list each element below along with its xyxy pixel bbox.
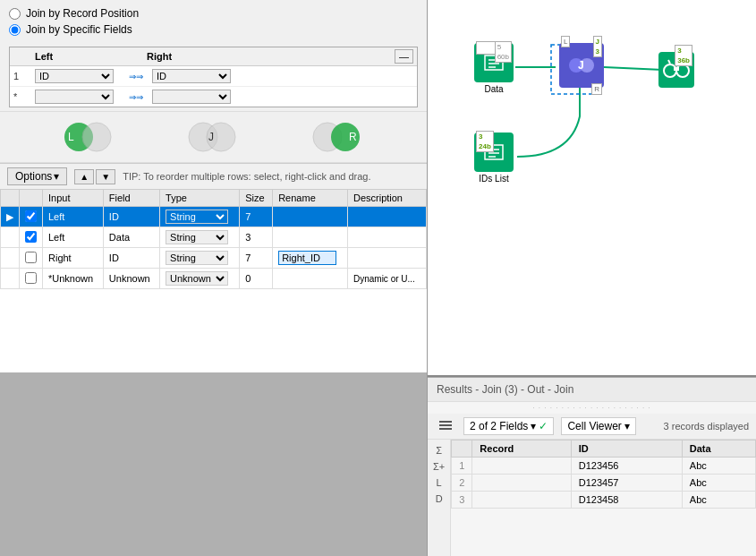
join-fields-label: Join by Specific Fields: [26, 23, 132, 36]
field-cell-3: ID: [103, 248, 159, 269]
row-wild-left-select[interactable]: [35, 90, 114, 104]
output-node[interactable]: 336b: [658, 52, 694, 88]
type-cell-3[interactable]: String: [160, 248, 240, 269]
list-item[interactable]: 3 D123458 Abc: [452, 492, 756, 509]
field-cell-4: Unknown: [103, 269, 159, 289]
right-col-header: Right: [147, 51, 232, 62]
type-select-4[interactable]: Unknown: [166, 271, 228, 286]
checkbox-cell-1[interactable]: [20, 207, 43, 227]
th-rename: Rename: [273, 190, 348, 207]
rename-input-3[interactable]: [278, 251, 336, 265]
th-field: Field: [103, 190, 159, 207]
table-row[interactable]: *Unknown Unknown Unknown 0 Dynamic or U.…: [1, 269, 427, 289]
sum-icon-btn[interactable]: Σ+: [429, 459, 448, 474]
svg-line-10: [604, 67, 663, 70]
results-table: Record ID Data 1 D123456 Abc: [451, 440, 756, 509]
th-pointer: [1, 190, 20, 207]
input-cell-3: Right: [43, 248, 104, 269]
table-row[interactable]: ▶ Left ID String 7: [1, 207, 427, 227]
type-cell-2[interactable]: String: [160, 227, 240, 248]
drag-handle[interactable]: · · · · · · · · · · · · · · · · · · · · …: [428, 402, 756, 414]
cell-viewer-label: Cell Viewer: [567, 420, 621, 432]
chart-icon-btn[interactable]: D: [429, 492, 448, 506]
join-by-fields-row[interactable]: Join by Specific Fields: [9, 23, 418, 36]
rename-cell-1: [273, 207, 348, 227]
options-button[interactable]: Options ▾: [7, 167, 67, 185]
desc-cell-3: [347, 248, 426, 269]
svg-text:R: R: [349, 131, 357, 143]
tip-text: TIP: To reorder multiple rows: select, r…: [123, 171, 420, 182]
record-cell-3: [472, 492, 571, 509]
type-select-1[interactable]: String: [166, 210, 228, 224]
data-badge-size: 560b: [495, 41, 512, 63]
results-icon-btn-1[interactable]: [435, 417, 456, 435]
row-num-1: 1: [452, 458, 472, 475]
move-down-button[interactable]: ▼: [96, 169, 115, 184]
svg-text:J: J: [578, 59, 584, 72]
join-by-record-row[interactable]: Join by Record Position: [9, 7, 418, 20]
cell-viewer-selector[interactable]: Cell Viewer ▾: [561, 417, 635, 435]
list-item[interactable]: 1 D123456 Abc: [452, 458, 756, 475]
type-cell-1[interactable]: String: [160, 207, 240, 227]
cell-viewer-chevron: ▾: [624, 420, 630, 432]
venn-section: L J R: [0, 111, 427, 163]
sigma-icon-btn[interactable]: Σ: [429, 443, 448, 458]
venn-inner[interactable]: J: [187, 119, 241, 155]
row-4-checkbox[interactable]: [25, 272, 37, 284]
collapse-button[interactable]: —: [395, 49, 413, 64]
row-num-2: 2: [452, 475, 472, 492]
row-1-left-select[interactable]: ID: [35, 69, 114, 83]
input-cell-2: Left: [43, 227, 104, 248]
left-panel: Join by Record Position Join by Specific…: [0, 0, 428, 556]
venn-left[interactable]: L: [63, 119, 116, 155]
svg-text:J: J: [208, 131, 214, 143]
list-item[interactable]: 2 D123457 Abc: [452, 475, 756, 492]
svg-text:L: L: [68, 131, 74, 143]
arrow-buttons: ▲ ▼: [74, 169, 115, 184]
row-2-checkbox[interactable]: [25, 231, 37, 243]
rename-cell-3[interactable]: [273, 248, 348, 269]
svg-rect-32: [439, 428, 452, 430]
table-row[interactable]: Left Data String 3: [1, 227, 427, 248]
input-cell-1: Left: [43, 207, 104, 227]
th-check: [20, 190, 43, 207]
fields-selector[interactable]: 2 of 2 Fields ▾ ✓: [463, 417, 554, 435]
data-table-section: Input Field Type Size Rename Description…: [0, 189, 427, 372]
checkbox-cell-4[interactable]: [20, 269, 43, 289]
desc-cell-4: Dynamic or U...: [347, 269, 426, 289]
row-1-right-select[interactable]: ID: [152, 69, 231, 83]
row-pointer-3: [1, 248, 20, 269]
records-count: 3 records displayed: [664, 421, 749, 432]
type-select-2[interactable]: String: [166, 230, 228, 244]
join-fields-radio[interactable]: [9, 24, 21, 36]
venn-right-svg: R: [311, 119, 365, 155]
row-3-checkbox[interactable]: [25, 252, 37, 263]
svg-point-1: [82, 123, 111, 151]
row-wild-right-select[interactable]: [152, 90, 231, 104]
venn-right[interactable]: R: [311, 119, 365, 155]
row-1-checkbox[interactable]: [25, 210, 37, 222]
ids-node[interactable]: 324b IDs List: [474, 133, 514, 184]
checkbox-cell-2[interactable]: [20, 227, 43, 248]
data-cell-1: Abc: [682, 458, 755, 475]
field-cell-2: Data: [103, 227, 159, 248]
data-cell-3: Abc: [682, 492, 755, 509]
right-panel: 560b 560b Data J L J3 R: [428, 0, 756, 556]
type-select-3[interactable]: String: [166, 251, 228, 265]
row-wild-arrows: ⇒⇒: [120, 92, 152, 102]
fields-check-icon: ✓: [539, 420, 548, 432]
table-row[interactable]: Right ID String 7: [1, 248, 427, 269]
move-up-button[interactable]: ▲: [74, 169, 94, 184]
join-record-radio[interactable]: [9, 8, 21, 20]
filter-icon-btn[interactable]: L: [429, 475, 448, 490]
data-node-label: Data: [484, 84, 503, 94]
row-wildcard: *: [13, 91, 35, 102]
th-size: Size: [240, 190, 273, 207]
type-cell-4[interactable]: Unknown: [160, 269, 240, 289]
row-1-arrows: ⇒⇒: [120, 72, 152, 81]
data-node[interactable]: 560b 560b Data: [474, 43, 514, 94]
row-1-number: 1: [13, 71, 35, 81]
input-cell-4: *Unknown: [43, 269, 104, 289]
join-node[interactable]: J L J3 R: [559, 43, 604, 88]
checkbox-cell-3[interactable]: [20, 248, 43, 269]
